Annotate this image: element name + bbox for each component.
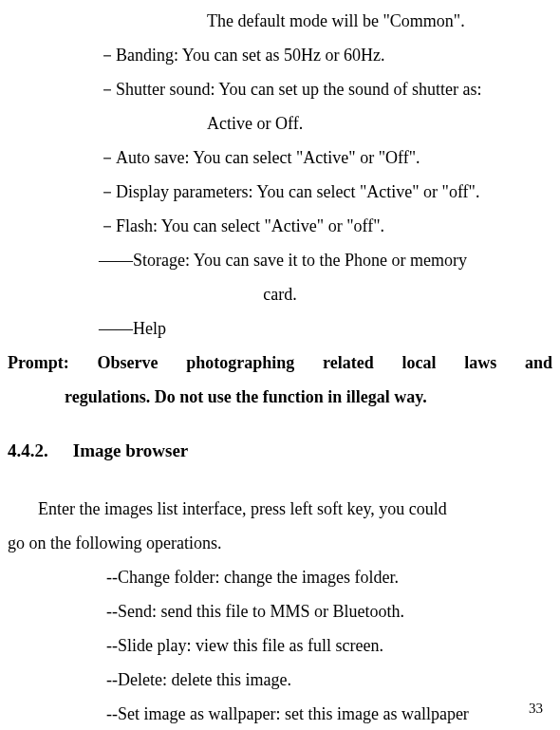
- setting-shutter: －Shutter sound: You can set up the sound…: [8, 72, 552, 106]
- body-paragraph-2: go on the following operations.: [8, 526, 552, 560]
- page-number: 33: [529, 701, 543, 717]
- prompt-line2: regulations. Do not use the function in …: [8, 380, 552, 414]
- setting-banding: －Banding: You can set as 50Hz or 60Hz.: [8, 38, 552, 72]
- section-number: 4.4.2.: [8, 440, 68, 461]
- op-delete: --Delete: delete this image.: [8, 663, 552, 697]
- setting-help: ――Help: [8, 311, 552, 346]
- setting-storage-cont: card.: [8, 277, 552, 311]
- op-wallpaper: --Set image as wallpaper: set this image…: [8, 697, 552, 730]
- op-change-folder: --Change folder: change the images folde…: [8, 560, 552, 594]
- setting-display-params: －Display parameters: You can select "Act…: [8, 175, 552, 209]
- setting-flash: －Flash: You can select "Active" or "off"…: [8, 209, 552, 243]
- setting-shutter-cont: Active or Off.: [8, 106, 552, 140]
- prompt-line1: Prompt: Observe photographing related lo…: [8, 346, 552, 380]
- op-slide: --Slide play: view this file as full scr…: [8, 628, 552, 663]
- setting-storage: ――Storage: You can save it to the Phone …: [8, 243, 552, 277]
- op-send: --Send: send this file to MMS or Bluetoo…: [8, 594, 552, 628]
- section-header: 4.4.2. Image browser: [8, 440, 552, 461]
- setting-autosave: －Auto save: You can select "Active" or "…: [8, 140, 552, 175]
- body-paragraph-1: Enter the images list interface, press l…: [8, 492, 552, 526]
- setting-default-mode: The default mode will be "Common".: [8, 4, 552, 38]
- section-title: Image browser: [73, 440, 189, 460]
